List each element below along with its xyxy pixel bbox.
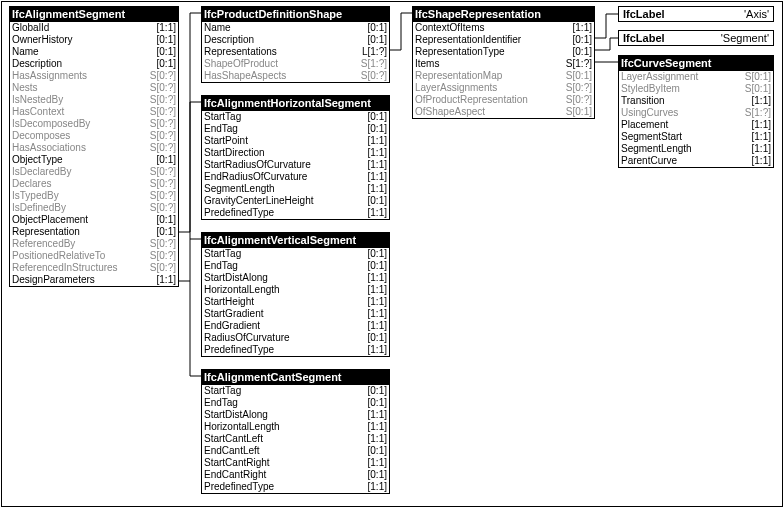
attr-row: Transition[1:1] <box>619 95 773 107</box>
attr-row: PredefinedType[1:1] <box>202 207 389 219</box>
attr-name: StartDistAlong <box>204 272 364 284</box>
label-val: 'Axis' <box>744 7 769 21</box>
attr-cardinality: S[0:?] <box>146 82 176 94</box>
attr-name: PredefinedType <box>204 481 364 493</box>
attr-row: StartDistAlong[1:1] <box>202 409 389 421</box>
attr-row: ObjectPlacement[0:1] <box>10 214 178 226</box>
attr-name: StartTag <box>204 385 364 397</box>
entity-ifc-curve-segment: IfcCurveSegment LayerAssignmentS[0:1]Sty… <box>618 55 774 168</box>
attr-cardinality: [0:1] <box>364 195 387 207</box>
attr-cardinality: [0:1] <box>364 123 387 135</box>
attr-cardinality: [1:1] <box>153 274 176 286</box>
label-ifclabel-segment: IfcLabel 'Segment' <box>618 30 774 46</box>
attr-cardinality: [1:1] <box>748 143 771 155</box>
attr-cardinality: L[1:?] <box>358 46 387 58</box>
attr-name: StartCantRight <box>204 457 364 469</box>
attr-cardinality: [1:1] <box>748 155 771 167</box>
attr-row: IsNestedByS[0:?] <box>10 94 178 106</box>
attr-cardinality: [1:1] <box>364 207 387 219</box>
attr-row: EndTag[0:1] <box>202 123 389 135</box>
attr-name: HorizontalLength <box>204 421 364 433</box>
attr-cardinality: [0:1] <box>364 469 387 481</box>
attr-cardinality: S[0:?] <box>146 190 176 202</box>
attr-cardinality: [1:1] <box>569 22 592 34</box>
attr-row: PositionedRelativeToS[0:?] <box>10 250 178 262</box>
attr-name: PredefinedType <box>204 207 364 219</box>
attr-name: StartCantLeft <box>204 433 364 445</box>
attr-row: OfShapeAspectS[0:1] <box>413 106 594 118</box>
entity-header: IfcCurveSegment <box>619 56 773 71</box>
attr-cardinality: S[0:?] <box>562 82 592 94</box>
attr-name: IsDeclaredBy <box>12 166 146 178</box>
attr-cardinality: S[0:1] <box>741 71 771 83</box>
entity-header: IfcAlignmentHorizontalSegment <box>202 96 389 111</box>
attr-name: HorizontalLength <box>204 284 364 296</box>
label-ifclabel-axis: IfcLabel 'Axis' <box>618 6 774 22</box>
attr-cardinality: [0:1] <box>153 154 176 166</box>
attr-row: SegmentLength[1:1] <box>202 183 389 195</box>
attr-row: EndCantRight[0:1] <box>202 469 389 481</box>
attr-row: DesignParameters[1:1] <box>10 274 178 286</box>
attr-name: HasContext <box>12 106 146 118</box>
entity-ifc-alignment-vertical-segment: IfcAlignmentVerticalSegment StartTag[0:1… <box>201 232 390 357</box>
attr-row: HorizontalLength[1:1] <box>202 284 389 296</box>
attr-row: HasAssignmentsS[0:?] <box>10 70 178 82</box>
attr-row: OfProductRepresentationS[0:?] <box>413 94 594 106</box>
entity-header: IfcAlignmentVerticalSegment <box>202 233 389 248</box>
attr-row: GlobalId[1:1] <box>10 22 178 34</box>
attr-row: StartRadiusOfCurvature[1:1] <box>202 159 389 171</box>
attr-name: RepresentationIdentifier <box>415 34 569 46</box>
attr-cardinality: S[1:?] <box>741 107 771 119</box>
attr-row: StyledByItemS[0:1] <box>619 83 773 95</box>
attr-row: ShapeOfProductS[1:?] <box>202 58 389 70</box>
attr-cardinality: [1:1] <box>364 272 387 284</box>
attr-row: ObjectType[0:1] <box>10 154 178 166</box>
attr-name: Decomposes <box>12 130 146 142</box>
attr-name: Name <box>204 22 364 34</box>
attr-name: LayerAssignment <box>621 71 741 83</box>
attr-row: ParentCurve[1:1] <box>619 155 773 167</box>
attr-row: GravityCenterLineHeight[0:1] <box>202 195 389 207</box>
attr-row: HasContextS[0:?] <box>10 106 178 118</box>
attr-name: SegmentLength <box>204 183 364 195</box>
attr-cardinality: S[0:?] <box>562 94 592 106</box>
attr-cardinality: [1:1] <box>364 320 387 332</box>
attr-row: UsingCurvesS[1:?] <box>619 107 773 119</box>
attr-name: StartGradient <box>204 308 364 320</box>
attr-row: OwnerHistory[0:1] <box>10 34 178 46</box>
attr-cardinality: S[0:?] <box>146 178 176 190</box>
attr-row: StartDistAlong[1:1] <box>202 272 389 284</box>
attr-row: SegmentStart[1:1] <box>619 131 773 143</box>
attr-name: SegmentStart <box>621 131 748 143</box>
attr-name: PositionedRelativeTo <box>12 250 146 262</box>
attr-name: RadiusOfCurvature <box>204 332 364 344</box>
attr-name: OfShapeAspect <box>415 106 562 118</box>
attr-cardinality: [0:1] <box>153 58 176 70</box>
attr-name: StartHeight <box>204 296 364 308</box>
attr-cardinality: [1:1] <box>364 284 387 296</box>
attr-row: StartCantRight[1:1] <box>202 457 389 469</box>
entity-header: IfcAlignmentSegment <box>10 7 178 22</box>
attr-name: Items <box>415 58 562 70</box>
attr-row: RepresentationsL[1:?] <box>202 46 389 58</box>
attr-row: StartTag[0:1] <box>202 385 389 397</box>
attr-cardinality: [1:1] <box>364 344 387 356</box>
attr-cardinality: S[0:?] <box>146 238 176 250</box>
attr-cardinality: S[0:?] <box>146 202 176 214</box>
attr-name: EndTag <box>204 123 364 135</box>
attr-cardinality: S[0:1] <box>562 70 592 82</box>
attr-cardinality: [0:1] <box>364 248 387 260</box>
attr-cardinality: [0:1] <box>364 34 387 46</box>
attr-row: PredefinedType[1:1] <box>202 481 389 493</box>
attr-name: HasAssociations <box>12 142 146 154</box>
attr-row: RepresentationMapS[0:1] <box>413 70 594 82</box>
attr-row: Representation[0:1] <box>10 226 178 238</box>
attr-row: ContextOfItems[1:1] <box>413 22 594 34</box>
attr-cardinality: S[1:?] <box>357 58 387 70</box>
attr-name: EndCantLeft <box>204 445 364 457</box>
attr-name: PredefinedType <box>204 344 364 356</box>
attr-row: Name[0:1] <box>10 46 178 58</box>
attr-cardinality: [1:1] <box>364 147 387 159</box>
attr-row: StartDirection[1:1] <box>202 147 389 159</box>
entity-ifc-shape-representation: IfcShapeRepresentation ContextOfItems[1:… <box>412 6 595 119</box>
